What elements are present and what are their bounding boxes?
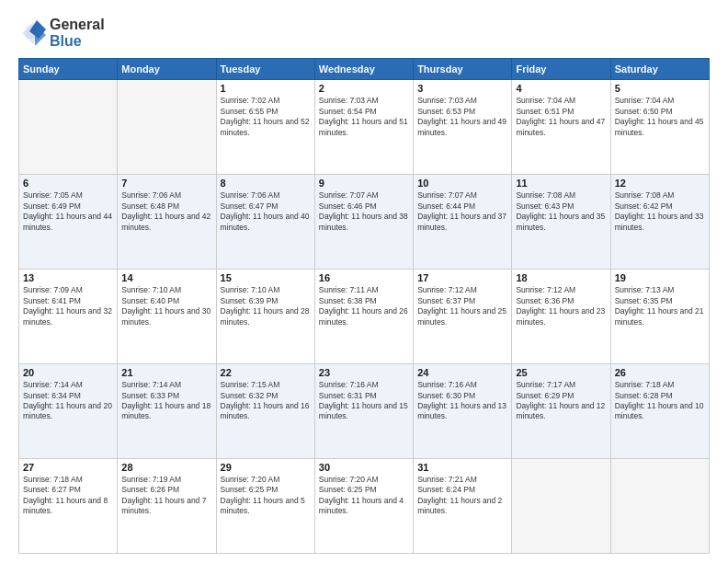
day-number: 8 — [221, 178, 311, 189]
day-number: 5 — [615, 83, 705, 94]
calendar-day-cell: 17Sunrise: 7:12 AM Sunset: 6:37 PM Dayli… — [414, 270, 512, 364]
day-number: 1 — [221, 83, 311, 94]
day-info: Sunrise: 7:03 AM Sunset: 6:53 PM Dayligh… — [417, 96, 507, 138]
day-number: 22 — [221, 367, 311, 378]
day-number: 23 — [319, 367, 409, 378]
day-number: 3 — [417, 83, 507, 94]
day-number: 21 — [121, 367, 211, 378]
day-info: Sunrise: 7:16 AM Sunset: 6:31 PM Dayligh… — [319, 380, 409, 422]
day-number: 26 — [615, 367, 705, 378]
calendar-day-cell: 15Sunrise: 7:10 AM Sunset: 6:39 PM Dayli… — [216, 270, 314, 364]
weekday-header: Saturday — [610, 59, 709, 80]
day-info: Sunrise: 7:08 AM Sunset: 6:42 PM Dayligh… — [615, 190, 705, 233]
day-info: Sunrise: 7:02 AM Sunset: 6:55 PM Dayligh… — [221, 96, 311, 138]
day-number: 31 — [417, 462, 507, 473]
calendar-day-cell: 7Sunrise: 7:06 AM Sunset: 6:48 PM Daylig… — [118, 175, 216, 270]
day-info: Sunrise: 7:14 AM Sunset: 6:34 PM Dayligh… — [23, 380, 113, 422]
calendar-day-cell: 6Sunrise: 7:05 AM Sunset: 6:49 PM Daylig… — [19, 175, 118, 270]
day-number: 4 — [516, 83, 606, 94]
day-info: Sunrise: 7:15 AM Sunset: 6:32 PM Dayligh… — [221, 380, 311, 422]
day-info: Sunrise: 7:16 AM Sunset: 6:30 PM Dayligh… — [417, 380, 507, 422]
calendar-day-cell: 29Sunrise: 7:20 AM Sunset: 6:25 PM Dayli… — [216, 459, 314, 554]
calendar-day-cell: 12Sunrise: 7:08 AM Sunset: 6:42 PM Dayli… — [610, 175, 709, 270]
day-number: 28 — [121, 462, 211, 473]
day-info: Sunrise: 7:13 AM Sunset: 6:35 PM Dayligh… — [615, 285, 705, 327]
day-info: Sunrise: 7:06 AM Sunset: 6:47 PM Dayligh… — [221, 190, 311, 233]
calendar-day-cell: 2Sunrise: 7:03 AM Sunset: 6:54 PM Daylig… — [314, 80, 413, 175]
day-number: 10 — [417, 178, 507, 189]
calendar-day-cell: 26Sunrise: 7:18 AM Sunset: 6:28 PM Dayli… — [610, 364, 709, 459]
logo-icon — [18, 18, 48, 48]
calendar-page: General Blue SundayMondayTuesdayWednesda… — [0, 0, 728, 563]
day-number: 2 — [319, 83, 409, 94]
day-info: Sunrise: 7:04 AM Sunset: 6:51 PM Dayligh… — [516, 96, 606, 138]
calendar-table: SundayMondayTuesdayWednesdayThursdayFrid… — [18, 58, 710, 554]
day-info: Sunrise: 7:03 AM Sunset: 6:54 PM Dayligh… — [319, 96, 409, 138]
day-info: Sunrise: 7:08 AM Sunset: 6:43 PM Dayligh… — [516, 190, 606, 233]
logo-general: General — [50, 17, 105, 32]
weekday-header: Sunday — [19, 59, 118, 80]
day-number: 25 — [516, 367, 606, 378]
day-info: Sunrise: 7:17 AM Sunset: 6:29 PM Dayligh… — [516, 380, 606, 422]
calendar-day-cell — [512, 459, 610, 554]
calendar-week-row: 20Sunrise: 7:14 AM Sunset: 6:34 PM Dayli… — [19, 364, 710, 459]
calendar-day-cell — [118, 80, 216, 175]
day-number: 7 — [121, 178, 211, 189]
day-number: 27 — [23, 462, 113, 473]
calendar-header-row: SundayMondayTuesdayWednesdayThursdayFrid… — [19, 59, 710, 80]
weekday-header: Thursday — [414, 59, 512, 80]
calendar-day-cell: 14Sunrise: 7:10 AM Sunset: 6:40 PM Dayli… — [118, 270, 216, 364]
calendar-day-cell — [19, 80, 118, 175]
calendar-week-row: 6Sunrise: 7:05 AM Sunset: 6:49 PM Daylig… — [19, 175, 710, 270]
calendar-day-cell: 22Sunrise: 7:15 AM Sunset: 6:32 PM Dayli… — [216, 364, 314, 459]
day-info: Sunrise: 7:20 AM Sunset: 6:25 PM Dayligh… — [221, 475, 311, 517]
logo-blue: Blue — [50, 33, 82, 49]
calendar-day-cell: 9Sunrise: 7:07 AM Sunset: 6:46 PM Daylig… — [314, 175, 413, 270]
calendar-day-cell: 13Sunrise: 7:09 AM Sunset: 6:41 PM Dayli… — [19, 270, 118, 364]
day-info: Sunrise: 7:05 AM Sunset: 6:49 PM Dayligh… — [23, 190, 113, 233]
day-info: Sunrise: 7:12 AM Sunset: 6:37 PM Dayligh… — [417, 285, 507, 327]
day-number: 19 — [615, 272, 705, 283]
calendar-day-cell: 8Sunrise: 7:06 AM Sunset: 6:47 PM Daylig… — [216, 175, 314, 270]
day-number: 18 — [516, 272, 606, 283]
calendar-day-cell: 10Sunrise: 7:07 AM Sunset: 6:44 PM Dayli… — [414, 175, 512, 270]
day-number: 6 — [23, 178, 113, 189]
calendar-week-row: 1Sunrise: 7:02 AM Sunset: 6:55 PM Daylig… — [19, 80, 710, 175]
day-number: 15 — [221, 272, 311, 283]
day-info: Sunrise: 7:18 AM Sunset: 6:27 PM Dayligh… — [23, 475, 113, 517]
day-info: Sunrise: 7:10 AM Sunset: 6:40 PM Dayligh… — [121, 285, 211, 327]
day-number: 12 — [615, 178, 705, 189]
day-info: Sunrise: 7:14 AM Sunset: 6:33 PM Dayligh… — [121, 380, 211, 422]
calendar-day-cell: 11Sunrise: 7:08 AM Sunset: 6:43 PM Dayli… — [512, 175, 610, 270]
calendar-day-cell: 25Sunrise: 7:17 AM Sunset: 6:29 PM Dayli… — [512, 364, 610, 459]
calendar-day-cell: 3Sunrise: 7:03 AM Sunset: 6:53 PM Daylig… — [414, 80, 512, 175]
calendar-day-cell: 24Sunrise: 7:16 AM Sunset: 6:30 PM Dayli… — [414, 364, 512, 459]
day-info: Sunrise: 7:20 AM Sunset: 6:25 PM Dayligh… — [319, 475, 409, 517]
day-number: 20 — [23, 367, 113, 378]
day-info: Sunrise: 7:07 AM Sunset: 6:44 PM Dayligh… — [417, 190, 507, 233]
weekday-header: Wednesday — [314, 59, 413, 80]
day-number: 14 — [121, 272, 211, 283]
calendar-day-cell: 30Sunrise: 7:20 AM Sunset: 6:25 PM Dayli… — [314, 459, 413, 554]
day-info: Sunrise: 7:04 AM Sunset: 6:50 PM Dayligh… — [615, 96, 705, 138]
calendar-day-cell: 4Sunrise: 7:04 AM Sunset: 6:51 PM Daylig… — [512, 80, 610, 175]
calendar-day-cell: 31Sunrise: 7:21 AM Sunset: 6:24 PM Dayli… — [414, 459, 512, 554]
weekday-header: Tuesday — [216, 59, 314, 80]
calendar-week-row: 13Sunrise: 7:09 AM Sunset: 6:41 PM Dayli… — [19, 270, 710, 364]
calendar-day-cell: 21Sunrise: 7:14 AM Sunset: 6:33 PM Dayli… — [118, 364, 216, 459]
calendar-day-cell: 20Sunrise: 7:14 AM Sunset: 6:34 PM Dayli… — [19, 364, 118, 459]
day-number: 13 — [23, 272, 113, 283]
weekday-header: Monday — [118, 59, 216, 80]
calendar-week-row: 27Sunrise: 7:18 AM Sunset: 6:27 PM Dayli… — [19, 459, 710, 554]
weekday-header: Friday — [512, 59, 610, 80]
day-info: Sunrise: 7:11 AM Sunset: 6:38 PM Dayligh… — [319, 285, 409, 327]
day-info: Sunrise: 7:21 AM Sunset: 6:24 PM Dayligh… — [417, 475, 507, 517]
day-number: 17 — [417, 272, 507, 283]
day-number: 24 — [417, 367, 507, 378]
calendar-day-cell: 1Sunrise: 7:02 AM Sunset: 6:55 PM Daylig… — [216, 80, 314, 175]
logo: General Blue — [18, 17, 105, 49]
calendar-day-cell: 23Sunrise: 7:16 AM Sunset: 6:31 PM Dayli… — [314, 364, 413, 459]
calendar-day-cell: 5Sunrise: 7:04 AM Sunset: 6:50 PM Daylig… — [610, 80, 709, 175]
calendar-day-cell: 16Sunrise: 7:11 AM Sunset: 6:38 PM Dayli… — [314, 270, 413, 364]
calendar-day-cell — [610, 459, 709, 554]
